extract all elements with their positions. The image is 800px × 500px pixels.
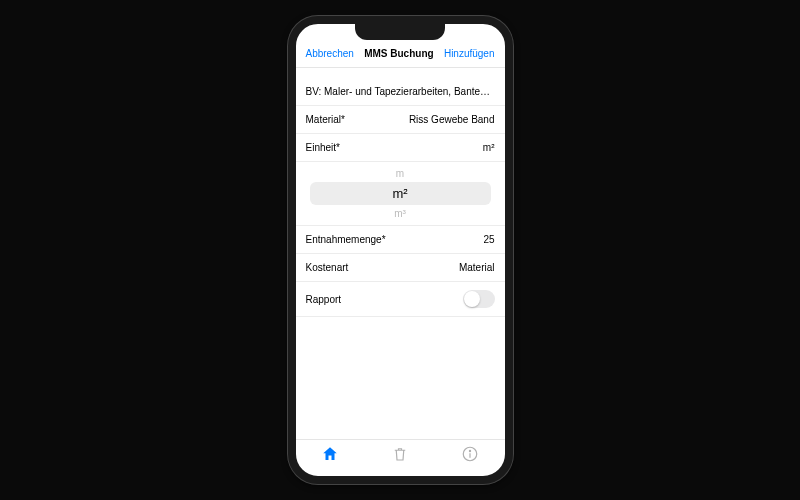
form-content: BV: Maler- und Tapezierarbeiten, Bantem,… bbox=[296, 68, 505, 439]
cancel-button[interactable]: Abbrechen bbox=[306, 48, 354, 59]
phone-frame: Abbrechen MMS Buchung Hinzufügen BV: Mal… bbox=[288, 16, 513, 484]
unit-value: m² bbox=[483, 142, 495, 153]
unit-picker[interactable]: m m² m³ bbox=[296, 162, 505, 226]
material-row[interactable]: Material* Riss Gewebe Band bbox=[296, 106, 505, 134]
rapport-row: Rapport bbox=[296, 282, 505, 317]
costtype-value: Material bbox=[459, 262, 495, 273]
info-icon bbox=[461, 445, 479, 467]
unit-label: Einheit* bbox=[306, 142, 340, 153]
costtype-row[interactable]: Kostenart Material bbox=[296, 254, 505, 282]
picker-option-selected[interactable]: m² bbox=[310, 182, 491, 205]
quantity-label: Entnahmemenge* bbox=[306, 234, 386, 245]
quantity-row[interactable]: Entnahmemenge* 25 bbox=[296, 226, 505, 254]
material-label: Material* bbox=[306, 114, 345, 125]
navigation-bar: Abbrechen MMS Buchung Hinzufügen bbox=[296, 42, 505, 68]
rapport-toggle[interactable] bbox=[463, 290, 495, 308]
project-header: BV: Maler- und Tapezierarbeiten, Bantem,… bbox=[296, 76, 505, 106]
info-tab[interactable] bbox=[460, 446, 480, 466]
device-notch bbox=[355, 24, 445, 40]
tab-bar bbox=[296, 439, 505, 476]
rapport-label: Rapport bbox=[306, 294, 342, 305]
toggle-knob bbox=[464, 291, 480, 307]
unit-row[interactable]: Einheit* m² bbox=[296, 134, 505, 162]
home-icon bbox=[321, 445, 339, 467]
quantity-value: 25 bbox=[483, 234, 494, 245]
picker-option-prev[interactable]: m bbox=[306, 166, 495, 181]
trash-icon bbox=[391, 445, 409, 467]
material-value: Riss Gewebe Band bbox=[409, 114, 495, 125]
home-tab[interactable] bbox=[320, 446, 340, 466]
picker-option-next[interactable]: m³ bbox=[306, 206, 495, 221]
trash-tab[interactable] bbox=[390, 446, 410, 466]
add-button[interactable]: Hinzufügen bbox=[444, 48, 495, 59]
nav-title: MMS Buchung bbox=[364, 48, 433, 59]
costtype-label: Kostenart bbox=[306, 262, 349, 273]
svg-point-2 bbox=[469, 450, 470, 451]
